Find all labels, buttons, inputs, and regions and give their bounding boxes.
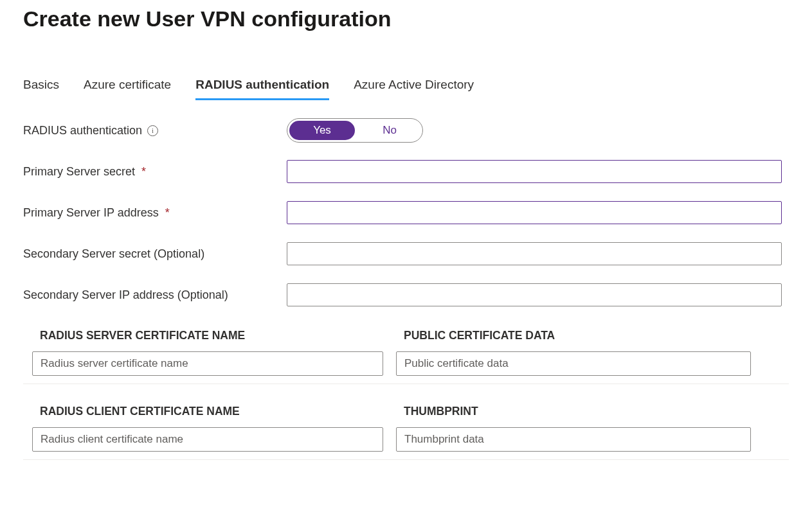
radius-client-cert-name-input[interactable] (32, 427, 383, 452)
label-primary-secret-text: Primary Server secret (23, 165, 135, 179)
label-secondary-secret: Secondary Server secret (Optional) (23, 247, 287, 261)
toggle-no[interactable]: No (357, 119, 422, 142)
secondary-server-ip-input[interactable] (287, 283, 782, 306)
row-primary-ip: Primary Server IP address* (23, 200, 789, 225)
label-radius-auth: RADIUS authentication i (23, 124, 287, 137)
radius-auth-toggle[interactable]: Yes No (287, 118, 423, 143)
public-cert-data-input[interactable] (396, 351, 751, 376)
primary-server-ip-input[interactable] (287, 201, 782, 224)
primary-server-secret-input[interactable] (287, 160, 782, 183)
tab-basics[interactable]: Basics (23, 74, 59, 100)
client-cert-input-row (23, 427, 789, 459)
label-primary-ip: Primary Server IP address* (23, 206, 287, 220)
radius-server-cert-section: RADIUS SERVER CERTIFICATE NAME PUBLIC CE… (23, 324, 789, 384)
thumbprint-input[interactable] (396, 427, 751, 452)
server-cert-header-row: RADIUS SERVER CERTIFICATE NAME PUBLIC CE… (23, 324, 789, 351)
client-cert-header-row: RADIUS CLIENT CERTIFICATE NAME THUMBPRIN… (23, 400, 789, 427)
page-title: Create new User VPN configuration (23, 0, 789, 37)
row-secondary-secret: Secondary Server secret (Optional) (23, 242, 789, 266)
label-secondary-ip: Secondary Server IP address (Optional) (23, 288, 287, 302)
server-cert-input-row (23, 351, 789, 384)
tab-azure-certificate[interactable]: Azure certificate (84, 74, 171, 100)
radius-client-cert-section: RADIUS CLIENT CERTIFICATE NAME THUMBPRIN… (23, 400, 789, 460)
header-client-cert-name: RADIUS CLIENT CERTIFICATE NAME (40, 405, 404, 418)
required-star-icon: * (141, 165, 146, 179)
required-star-icon: * (165, 206, 170, 220)
row-secondary-ip: Secondary Server IP address (Optional) (23, 283, 789, 307)
row-primary-secret: Primary Server secret* (23, 159, 789, 184)
header-thumbprint: THUMBPRINT (404, 405, 789, 418)
radius-server-cert-name-input[interactable] (32, 351, 383, 376)
info-icon[interactable]: i (147, 125, 158, 136)
header-public-cert-data: PUBLIC CERTIFICATE DATA (404, 329, 789, 342)
label-primary-secret: Primary Server secret* (23, 165, 287, 179)
label-radius-auth-text: RADIUS authentication (23, 124, 142, 137)
row-radius-auth-toggle: RADIUS authentication i Yes No (23, 118, 789, 143)
tab-radius-authentication[interactable]: RADIUS authentication (195, 74, 329, 100)
tabs-bar: Basics Azure certificate RADIUS authenti… (23, 74, 789, 100)
label-primary-ip-text: Primary Server IP address (23, 206, 159, 220)
header-server-cert-name: RADIUS SERVER CERTIFICATE NAME (40, 329, 404, 342)
secondary-server-secret-input[interactable] (287, 242, 782, 265)
tab-azure-active-directory[interactable]: Azure Active Directory (354, 74, 474, 100)
toggle-yes[interactable]: Yes (289, 121, 355, 140)
form-area: RADIUS authentication i Yes No Primary S… (23, 118, 789, 460)
